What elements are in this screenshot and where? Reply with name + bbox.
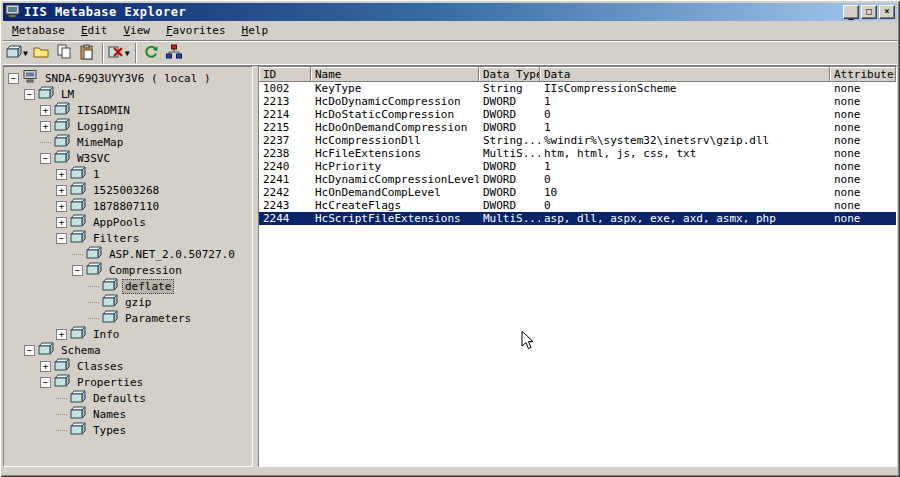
tree-node-deflate[interactable]: deflate (4, 278, 252, 294)
tree-connector (56, 414, 67, 415)
open-key-button[interactable] (30, 42, 52, 64)
tree-node-properties[interactable]: −Properties (4, 374, 252, 390)
menu-edit[interactable]: Edit (73, 22, 116, 39)
menu-metabase[interactable]: Metabase (4, 22, 73, 39)
expand-toggle-icon[interactable]: + (56, 329, 67, 340)
column-header-data[interactable]: Data (540, 67, 830, 82)
list-row-2237[interactable]: 2237HcCompressionDllString...%windir%\sy… (259, 134, 896, 147)
cell-name: HcPriority (311, 160, 479, 173)
collapse-toggle-icon[interactable]: − (24, 89, 35, 100)
cell-attributes: none (830, 186, 896, 199)
tree-node-1878807110[interactable]: +1878807110 (4, 198, 252, 214)
collapse-toggle-icon[interactable]: − (24, 345, 35, 356)
key-node-icon (70, 182, 90, 198)
tree-node-defaults[interactable]: Defaults (4, 390, 252, 406)
refresh-button[interactable] (140, 42, 162, 64)
expand-toggle-icon[interactable]: + (56, 185, 67, 196)
menu-help[interactable]: Help (234, 22, 277, 39)
cell-id: 2240 (259, 160, 311, 173)
list-row-2244[interactable]: 2244HcScriptFileExtensionsMultiS...asp, … (259, 212, 896, 225)
tree-node-label: Classes (74, 359, 126, 374)
cell-data: 0 (540, 173, 830, 186)
cell-data-type: String (479, 82, 540, 95)
tree-node-w3svc[interactable]: −W3SVC (4, 150, 252, 166)
expand-toggle-icon[interactable]: + (40, 121, 51, 132)
tree-node-label: LM (58, 87, 77, 102)
tree-node-filters[interactable]: −Filters (4, 230, 252, 246)
list-row-2238[interactable]: 2238HcFileExtensionsMultiS...htm, html, … (259, 147, 896, 160)
tree-node-1[interactable]: +1 (4, 166, 252, 182)
menu-view[interactable]: View (115, 22, 158, 39)
tree-node-classes[interactable]: +Classes (4, 358, 252, 374)
tree-node-compression[interactable]: −Compression (4, 262, 252, 278)
menu-favorites[interactable]: Favorites (158, 22, 234, 39)
list-row-1002[interactable]: 1002KeyTypeStringIIsCompressionSchemenon… (259, 82, 896, 95)
key-node-icon (54, 358, 74, 374)
tree-connector (72, 254, 83, 255)
tree-node-label: Types (90, 423, 129, 438)
expand-toggle-icon[interactable]: + (56, 201, 67, 212)
tree-node-label: ASP.NET_2.0.50727.0 (106, 247, 238, 262)
collapse-toggle-icon[interactable]: − (40, 377, 51, 388)
tree-node-label: W3SVC (74, 151, 113, 166)
column-header-data-type[interactable]: Data Type (479, 67, 540, 82)
column-header-id[interactable]: ID (259, 67, 311, 82)
tree-node-iisadmin[interactable]: +IISADMIN (4, 102, 252, 118)
list-row-2214[interactable]: 2214HcDoStaticCompressionDWORD0none (259, 108, 896, 121)
cell-id: 2237 (259, 134, 311, 147)
expand-toggle-icon[interactable]: + (56, 217, 67, 228)
tree-node-logging[interactable]: +Logging (4, 118, 252, 134)
column-header-name[interactable]: Name (311, 67, 479, 82)
title-bar[interactable]: IIS Metabase Explorer _□× (3, 3, 897, 21)
cell-name: HcDoStaticCompression (311, 108, 479, 121)
cell-data-type: DWORD (479, 121, 540, 134)
tree-node-types[interactable]: Types (4, 422, 252, 438)
key-node-icon (86, 246, 106, 262)
close-button[interactable]: × (879, 5, 895, 19)
key-node-icon (86, 262, 106, 278)
tree-node-gzip[interactable]: gzip (4, 294, 252, 310)
key-node-icon (70, 406, 90, 422)
list-row-2241[interactable]: 2241HcDynamicCompressionLevelDWORD0none (259, 173, 896, 186)
toolbar: ▼▼ (3, 40, 897, 66)
paste-button[interactable] (76, 42, 98, 64)
cell-name: KeyType (311, 82, 479, 95)
connect-server-button[interactable] (163, 42, 185, 64)
paste-icon (79, 44, 95, 63)
tree-node-apppools[interactable]: +AppPools (4, 214, 252, 230)
list-row-2243[interactable]: 2243HcCreateFlagsDWORD0none (259, 199, 896, 212)
delete-button[interactable]: ▼ (107, 42, 131, 64)
expand-toggle-icon[interactable]: + (40, 361, 51, 372)
expand-toggle-icon[interactable]: + (56, 169, 67, 180)
tree-node-lm[interactable]: −LM (4, 86, 252, 102)
dropdown-arrow-icon: ▼ (23, 49, 28, 58)
list-row-2240[interactable]: 2240HcPriorityDWORD1none (259, 160, 896, 173)
list-row-2242[interactable]: 2242HcOnDemandCompLevelDWORD10none (259, 186, 896, 199)
list-row-2213[interactable]: 2213HcDoDynamicCompressionDWORD1none (259, 95, 896, 108)
tree-node-schema[interactable]: −Schema (4, 342, 252, 358)
collapse-toggle-icon[interactable]: − (56, 233, 67, 244)
new-key-button[interactable]: ▼ (5, 42, 29, 64)
tree-node-mimemap[interactable]: MimeMap (4, 134, 252, 150)
tree-node-info[interactable]: +Info (4, 326, 252, 342)
key-node-icon (70, 166, 90, 182)
tree-node-label: 1 (90, 167, 103, 182)
list-row-2215[interactable]: 2215HcDoOnDemandCompressionDWORD1none (259, 121, 896, 134)
tree-node-snda-69q3uyy3v6-local[interactable]: −SNDA-69Q3UYY3V6 ( local ) (4, 70, 252, 86)
cell-attributes: none (830, 134, 896, 147)
collapse-toggle-icon[interactable]: − (72, 265, 83, 276)
copy-button[interactable] (53, 42, 75, 64)
collapse-toggle-icon[interactable]: − (8, 73, 19, 84)
expand-toggle-icon[interactable]: + (40, 105, 51, 116)
tree-node-asp-net-2-0-50727-0[interactable]: ASP.NET_2.0.50727.0 (4, 246, 252, 262)
tree-node-label: SNDA-69Q3UYY3V6 ( local ) (42, 71, 214, 86)
collapse-toggle-icon[interactable]: − (40, 153, 51, 164)
tree-node-names[interactable]: Names (4, 406, 252, 422)
tree-node-parameters[interactable]: Parameters (4, 310, 252, 326)
column-header-attributes[interactable]: Attributes (830, 67, 896, 82)
minimize-button[interactable]: _ (843, 5, 859, 19)
maximize-button[interactable]: □ (861, 5, 877, 19)
cell-id: 2241 (259, 173, 311, 186)
key-node-icon (54, 134, 74, 150)
tree-node-1525003268[interactable]: +1525003268 (4, 182, 252, 198)
